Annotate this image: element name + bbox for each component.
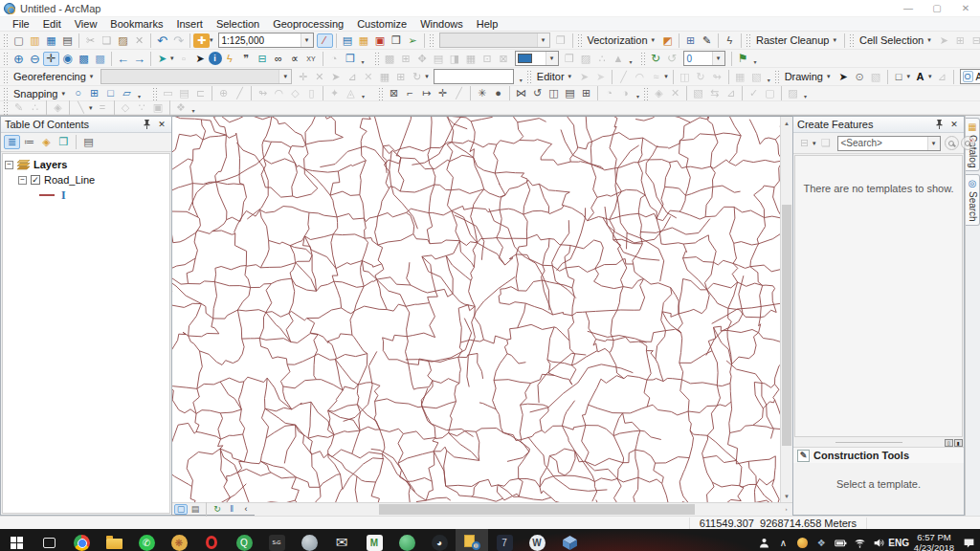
end-snapping-icon[interactable]: ⊞ — [86, 86, 102, 100]
measure-icon[interactable]: ⊟ — [255, 52, 271, 66]
pause-drawing-button[interactable]: ‖ — [225, 504, 238, 515]
toc-layer-row[interactable]: − ✓ Road_Line — [5, 172, 167, 187]
image-analysis-10-icon[interactable]: ▨ — [578, 52, 594, 66]
menu-item-customize[interactable]: Customize — [350, 18, 413, 30]
people-icon[interactable] — [754, 529, 773, 551]
vectorization-pencil-icon[interactable]: ✎ — [699, 33, 715, 48]
edit-annotation-tool-icon[interactable]: ➤ — [592, 70, 609, 84]
select-features-icon-group[interactable]: ➤▾ — [154, 52, 176, 66]
menu-item-view[interactable]: View — [68, 18, 104, 30]
split-tool-icon[interactable]: ◫ — [677, 70, 693, 84]
language-indicator[interactable]: ENG — [888, 529, 909, 551]
arcmap-taskbar-icon[interactable] — [456, 529, 488, 551]
copy-icon[interactable]: ❏ — [99, 33, 115, 48]
editor-sketch-icon[interactable]: ⁄ — [317, 33, 333, 48]
splitter-collapse-button[interactable]: ▯ — [945, 439, 953, 447]
delete-icon[interactable]: ✕ — [131, 33, 147, 48]
clear-search-button[interactable]: ✕ — [961, 136, 975, 150]
feature-construction-10-icon[interactable]: ✦ — [326, 86, 343, 100]
google-earth-icon[interactable] — [293, 529, 325, 551]
fixed-zoom-out-icon[interactable]: ▩ — [92, 52, 108, 66]
topology-13-icon[interactable]: ◔ — [601, 86, 617, 100]
image-analysis-7-icon[interactable]: ⊡ — [479, 52, 496, 66]
representation-equal-icon[interactable]: = — [95, 100, 111, 115]
battery-icon[interactable] — [831, 529, 850, 551]
drawing-menu[interactable]: Drawing▾ — [782, 71, 835, 82]
image-analysis-1-icon[interactable]: ▩ — [382, 52, 398, 66]
trace-tolerance-combo[interactable]: 0▾ — [683, 51, 725, 66]
identify-icon[interactable]: i — [209, 52, 222, 65]
map-horizontal-scrollbar[interactable] — [255, 503, 780, 516]
dropbox-tray-icon[interactable]: ❖ — [812, 529, 831, 551]
toolbar-overflow-button[interactable]: ▾ — [189, 100, 198, 115]
vertical-scroll-track[interactable] — [781, 129, 792, 490]
menu-item-edit[interactable]: Edit — [36, 18, 68, 30]
file-explorer-icon[interactable] — [98, 529, 130, 551]
menu-item-windows[interactable]: Windows — [413, 18, 470, 30]
cut-icon[interactable]: ✂ — [82, 33, 99, 48]
editing-1-icon[interactable]: ◈ — [651, 86, 667, 100]
toolbar-overflow-button[interactable]: ▾ — [801, 86, 810, 100]
qgis-icon[interactable]: Q — [228, 529, 260, 551]
text-tool-icon-group[interactable]: A▾ — [912, 70, 934, 84]
view-link-table-icon[interactable]: ▦ — [376, 70, 392, 84]
reshape-tool-icon[interactable]: ↬ — [709, 70, 725, 84]
fill-color-combo[interactable]: ▾ — [515, 51, 559, 66]
wifi-icon[interactable] — [850, 529, 869, 551]
mapsource-icon[interactable]: M — [358, 529, 390, 551]
image-analysis-6-icon[interactable]: ▦ — [463, 52, 479, 66]
start-button[interactable] — [0, 529, 33, 551]
editing-4-icon[interactable]: ⇆ — [706, 86, 723, 100]
go-to-xy-icon[interactable]: XY — [303, 52, 320, 66]
snapping-menu[interactable]: Snapping▾ — [11, 88, 70, 99]
screen-recorder-icon[interactable]: S›G — [260, 529, 293, 551]
fill-color-combo-dropdown-icon[interactable]: ▾ — [546, 52, 558, 65]
data-view-button[interactable]: ▢ — [174, 504, 188, 515]
image-analysis-11-icon[interactable]: ∴ — [594, 52, 611, 66]
image-layer-combo-dropdown-icon[interactable]: ▾ — [537, 33, 549, 47]
tab-search[interactable]: ◎ Search — [966, 174, 980, 226]
paint-app-icon[interactable]: ❋ — [163, 529, 195, 551]
feature-construction-7-icon[interactable]: ◠ — [271, 86, 287, 100]
viewer-window-icon[interactable]: ❒ — [343, 52, 359, 66]
toolbar-overflow-button[interactable]: ▾ — [765, 70, 773, 84]
representation-points-icon[interactable]: ∴ — [27, 100, 43, 115]
editing-8-icon[interactable]: ▨ — [785, 86, 801, 100]
cell-selection-menu[interactable]: Cell Selection▾ — [857, 34, 936, 46]
refresh-view-button[interactable]: ↻ — [211, 504, 224, 515]
select-features-icon[interactable]: ➤ — [154, 52, 170, 66]
pin-icon[interactable] — [933, 119, 945, 130]
mail-icon[interactable]: ✉ — [325, 529, 358, 551]
zoom-in-icon[interactable]: ⊕ — [11, 52, 27, 66]
back-extent-icon[interactable]: ← — [115, 52, 131, 66]
find-route-icon[interactable]: ∝ — [287, 52, 303, 66]
feature-construction-5-icon[interactable]: ╱ — [232, 86, 248, 100]
representation-line-icon[interactable]: ╲ — [73, 100, 89, 115]
collapse-icon[interactable]: − — [5, 161, 13, 169]
vertex-snapping-icon[interactable]: □ — [102, 86, 119, 100]
update-features-icon[interactable]: ↻ — [648, 52, 664, 66]
editing-7-icon[interactable]: ▢ — [762, 86, 778, 100]
topology-6-icon[interactable]: ✳ — [474, 86, 490, 100]
straight-segment-icon[interactable]: ╱ — [615, 70, 632, 84]
dark-app-icon[interactable]: 7 — [488, 529, 521, 551]
find-icon[interactable]: ∞ — [271, 52, 287, 66]
zoom-to-elements-icon[interactable]: ▧ — [868, 70, 884, 84]
select-link-icon[interactable]: ➤ — [327, 70, 344, 84]
maximize-button[interactable]: ▢ — [923, 0, 951, 17]
representation-box-icon[interactable]: ▣ — [150, 100, 167, 115]
text-tool-icon[interactable]: A — [912, 70, 928, 84]
shape-tool-icon-group[interactable]: □▾ — [891, 70, 913, 84]
font-combo[interactable]: OArial▾ — [960, 69, 980, 84]
modelbuilder-icon[interactable]: ➢ — [405, 33, 421, 48]
image-window-icon[interactable]: ❒ — [553, 33, 569, 48]
rotate-tool-icon[interactable]: ↻ — [693, 70, 709, 84]
toc-layers-row[interactable]: − Layers — [5, 157, 167, 172]
shape-tool-icon[interactable]: □ — [891, 70, 907, 84]
close-panel-icon[interactable]: ✕ — [156, 119, 167, 130]
minimize-button[interactable]: — — [894, 0, 923, 17]
edit-tool-icon[interactable]: ➤ — [576, 70, 592, 84]
close-button[interactable]: ✕ — [951, 0, 980, 17]
image-analysis-8-icon[interactable]: ⊠ — [496, 52, 512, 66]
close-panel-icon[interactable]: ✕ — [948, 119, 960, 130]
